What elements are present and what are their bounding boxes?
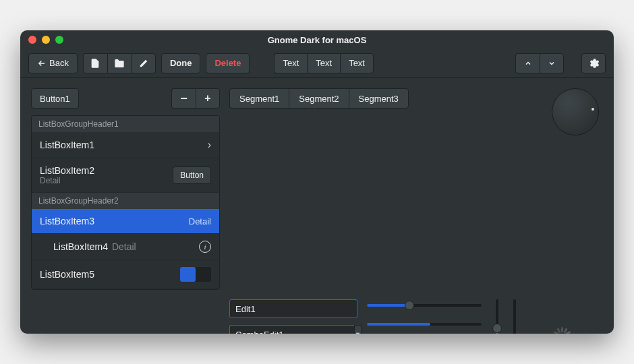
plus-button[interactable]: + — [196, 88, 220, 109]
edit-button[interactable] — [132, 53, 156, 73]
file-icon — [90, 58, 100, 69]
delete-button[interactable]: Delete — [206, 53, 250, 73]
combo-dropdown-button[interactable]: ▼ — [354, 325, 362, 334]
text-button-3[interactable]: Text — [340, 53, 374, 73]
edit-input-1[interactable] — [229, 299, 357, 318]
listbox-item-detail: Detail — [112, 241, 136, 252]
listbox-item-label: ListBoxItem3 — [40, 216, 189, 226]
progress-bar — [367, 318, 482, 330]
minus-button[interactable]: − — [171, 88, 196, 109]
listbox-item-label: ListBoxItem1 — [40, 140, 208, 150]
chevron-down-icon — [548, 59, 556, 67]
column-3: Label1 ✓ CheckBox1 GroupBox1 RadioButton… — [367, 299, 482, 334]
settings-button[interactable] — [581, 53, 606, 73]
listbox-item-1[interactable]: ListBoxItem1 › — [32, 132, 219, 158]
maximize-icon[interactable] — [55, 36, 63, 44]
listbox-item-3[interactable]: ListBoxItem3 Detail — [32, 209, 219, 234]
listbox-item-4[interactable]: ListBoxItem4 Detail i — [32, 234, 219, 260]
listbox-item-detail: Detail — [189, 216, 211, 226]
segment-2[interactable]: Segment2 — [289, 88, 348, 109]
listbox-item-5[interactable]: ListBoxItem5 — [32, 260, 219, 289]
listbox-item-label: ListBoxItem2 — [40, 165, 173, 176]
segment-control[interactable]: Segment1 Segment2 Segment3 — [229, 88, 409, 109]
segment-3[interactable]: Segment3 — [349, 88, 409, 109]
listbox-item-2[interactable]: ListBoxItem2 Detail Button — [32, 158, 219, 193]
minimize-icon[interactable] — [42, 36, 50, 44]
content-area: Button1 − + ListBoxGroupHeader1 ListBoxI… — [20, 78, 614, 334]
column-2: ▼ PopupBox1 TreeViewItem1 TreeViewItem2 … — [229, 299, 357, 334]
chevron-right-icon: › — [208, 139, 211, 151]
folder-button[interactable] — [107, 53, 132, 73]
listbox-item-button[interactable]: Button — [173, 166, 211, 184]
slider-vertical-2[interactable] — [509, 299, 521, 334]
plus-icon: + — [204, 92, 210, 104]
window-title: Gnome Dark for macOS — [20, 35, 614, 45]
listbox-item-label: ListBoxItem4 — [53, 241, 108, 252]
column-1: Button1 − + ListBoxGroupHeader1 ListBoxI… — [31, 88, 220, 290]
minus-icon: − — [180, 92, 188, 106]
slider-horizontal-1[interactable] — [367, 299, 482, 311]
listbox-item-label: ListBoxItem5 — [40, 269, 180, 280]
chevron-up-icon — [524, 59, 532, 67]
back-button[interactable]: Back — [28, 53, 78, 73]
combo-edit-1[interactable]: ▼ — [229, 325, 357, 334]
info-icon[interactable]: i — [199, 241, 211, 253]
text-button-1[interactable]: Text — [274, 53, 307, 73]
listbox-item-detail: Detail — [40, 176, 173, 185]
titlebar: Gnome Dark for macOS — [20, 30, 614, 49]
pencil-icon — [139, 59, 148, 68]
listbox-group-header-2: ListBoxGroupHeader2 — [32, 193, 219, 209]
segment-1[interactable]: Segment1 — [229, 88, 289, 109]
new-file-button[interactable] — [83, 53, 107, 73]
done-button[interactable]: Done — [161, 53, 201, 73]
back-label: Back — [49, 58, 69, 68]
down-button[interactable] — [540, 53, 564, 73]
app-window: Gnome Dark for macOS Back Done Delete Te… — [20, 30, 614, 334]
column-4: Tinted button Tinted button Tinted butto… — [491, 299, 599, 334]
button1[interactable]: Button1 — [31, 88, 79, 109]
toggle-switch[interactable] — [180, 267, 211, 282]
slider-vertical-1[interactable] — [491, 299, 503, 334]
close-icon[interactable] — [28, 36, 36, 44]
toolbar: Back Done Delete Text Text Text — [20, 49, 614, 78]
listbox-group-header-1: ListBoxGroupHeader1 — [32, 116, 219, 132]
spinner-icon — [553, 327, 572, 334]
combo-input[interactable] — [229, 325, 354, 334]
caret-down-icon: ▼ — [355, 331, 361, 334]
gear-icon — [587, 57, 600, 69]
arrow-left-icon — [37, 59, 47, 68]
dial-control[interactable] — [552, 88, 599, 135]
folder-icon — [114, 58, 125, 69]
text-button-2[interactable]: Text — [307, 53, 340, 73]
listbox[interactable]: ListBoxGroupHeader1 ListBoxItem1 › ListB… — [31, 115, 220, 290]
up-button[interactable] — [515, 53, 540, 73]
